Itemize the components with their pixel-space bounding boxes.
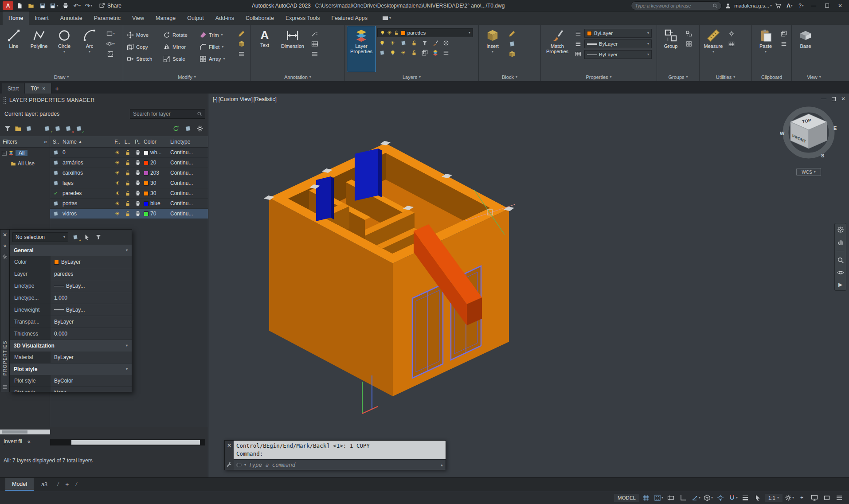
orbit-button[interactable]	[837, 269, 844, 276]
navigation-wheel-button[interactable]	[837, 226, 844, 233]
property-row-plot-style[interactable]: Plot style ByColor	[10, 375, 132, 387]
layer-row-armarios[interactable]: armários ☀ 20 Continu...	[50, 158, 208, 168]
property-row-linetype[interactable]: Linetype ByLay...	[10, 280, 132, 292]
lock-toggle-icon[interactable]	[125, 149, 131, 156]
file-tab-start[interactable]: Start	[2, 83, 24, 94]
layout-tab-a3[interactable]: a3	[35, 479, 54, 490]
edit-attributes-button[interactable]	[508, 30, 517, 38]
properties-list-button[interactable]	[574, 30, 583, 38]
search-icon[interactable]	[712, 3, 718, 8]
viewport-restore-button[interactable]	[832, 97, 836, 101]
column-linetype[interactable]: Linetype	[168, 139, 208, 145]
text-tool-button[interactable]: AText	[253, 26, 277, 72]
new-layer-vp-frozen-button[interactable]	[53, 125, 62, 133]
layer-walk-button[interactable]	[430, 49, 440, 57]
plot-toggle-icon[interactable]	[135, 149, 141, 156]
copy-clip-button[interactable]	[779, 30, 789, 38]
close-command-window-button[interactable]: ✕	[227, 442, 231, 449]
lineweight-display-icon[interactable]	[740, 493, 751, 503]
panel-label-modify[interactable]: Modify▾	[123, 74, 250, 80]
graphics-performance-icon[interactable]	[809, 493, 820, 503]
rotate-tool-button[interactable]: Rotate	[161, 29, 198, 41]
property-row-thickness[interactable]: Thickness 0.000	[10, 328, 132, 340]
tab-parametric[interactable]: Parametric	[88, 12, 126, 25]
help-button[interactable]: ?▾	[796, 1, 806, 11]
move-tool-button[interactable]: Move	[125, 29, 161, 41]
freeze-toggle-icon[interactable]: ☀	[115, 160, 120, 165]
panel-label-block[interactable]: Block▾	[479, 74, 540, 80]
lock-toggle-icon[interactable]	[125, 211, 131, 217]
search-box[interactable]	[631, 1, 722, 10]
group-button[interactable]: Group	[659, 26, 683, 72]
circle-tool-button[interactable]: Circle▾	[52, 26, 76, 72]
new-group-filter-button[interactable]	[13, 125, 23, 133]
column-color[interactable]: Color	[143, 139, 168, 145]
refresh-layers-button[interactable]	[171, 125, 180, 133]
section-general[interactable]: General▾	[10, 245, 132, 256]
layer-off-button[interactable]	[377, 39, 387, 47]
tab-add-ins[interactable]: Add-ins	[210, 12, 240, 25]
lock-toggle-icon[interactable]	[125, 170, 131, 176]
object-snap-icon[interactable]: ▾	[728, 493, 739, 503]
property-row-plot-style-table[interactable]: Plot style None	[10, 387, 132, 392]
plot-toggle-icon[interactable]	[135, 211, 141, 217]
filter-all[interactable]: − All	[0, 148, 50, 158]
annotation-monitor-icon[interactable]: +	[796, 493, 807, 503]
layer-unlock-button[interactable]	[409, 49, 419, 57]
selection-dropdown[interactable]: No selection▾	[12, 232, 68, 242]
new-property-filter-button[interactable]	[3, 125, 12, 133]
layer-row-portas[interactable]: portas ☀ blue Continu...	[50, 199, 208, 209]
customization-menu-icon[interactable]	[833, 493, 845, 503]
close-palette-button[interactable]: ✕	[3, 232, 7, 238]
app-store-cart-icon[interactable]	[773, 1, 783, 11]
layer-on-all-button[interactable]	[388, 49, 397, 57]
new-layout-button[interactable]: +	[62, 481, 72, 488]
annotation-more-button[interactable]	[310, 50, 320, 58]
autodesk-logo-icon[interactable]: Λ▾	[784, 1, 795, 11]
viewport-minimize-control[interactable]: [-]	[213, 96, 218, 102]
freeze-toggle-icon[interactable]: ☀	[115, 150, 120, 155]
leader-tool-button[interactable]	[310, 30, 320, 38]
drawing-canvas[interactable]	[208, 94, 849, 477]
layer-color-swatch[interactable]	[144, 211, 149, 216]
new-drawing-button[interactable]	[14, 1, 25, 11]
freeze-toggle-icon[interactable]: ☀	[115, 191, 120, 196]
property-row-color[interactable]: Color ByLayer	[10, 256, 132, 268]
layer-color-swatch[interactable]	[144, 150, 149, 155]
tab-manage[interactable]: Manage	[150, 12, 181, 25]
close-tab-icon[interactable]: ✕	[42, 86, 46, 91]
tab-insert[interactable]: Insert	[29, 12, 54, 25]
layer-row-lajes[interactable]: lajes ☀ 30 Continu...	[50, 178, 208, 188]
view-name-control[interactable]: [Custom View]	[219, 96, 253, 102]
linetype-dropdown[interactable]: ByLayer▾	[584, 50, 652, 59]
panel-label-draw[interactable]: Draw▾	[0, 74, 123, 80]
property-row-lineweight[interactable]: Lineweight ByLay...	[10, 304, 132, 316]
layer-match-button[interactable]	[430, 39, 440, 47]
layer-row-vidros-selected[interactable]: vidros ☀ 70 Continu...	[50, 209, 208, 219]
tab-express-tools[interactable]: Express Tools	[280, 12, 326, 25]
panel-label-groups[interactable]: Groups▾	[657, 74, 699, 80]
tree-scrollbar[interactable]	[0, 430, 50, 434]
quick-calc-button[interactable]	[727, 40, 736, 48]
plot-button[interactable]	[60, 1, 71, 11]
base-view-button[interactable]: Base	[794, 26, 818, 72]
set-current-layer-button[interactable]: ✓	[74, 125, 83, 133]
selection-cycling-icon[interactable]	[752, 493, 763, 503]
polyline-tool-button[interactable]: Polyline	[27, 26, 51, 72]
new-drawing-tab-button[interactable]: +	[52, 83, 63, 94]
command-history-toggle[interactable]: ▴	[441, 463, 443, 467]
layer-color-swatch[interactable]	[144, 181, 149, 186]
layer-previous-button[interactable]	[377, 49, 387, 57]
column-lock[interactable]: L..	[122, 139, 133, 145]
layer-row-0[interactable]: 0 ☀ wh... Continu...	[50, 148, 208, 158]
match-properties-button[interactable]: Match Properties	[543, 26, 572, 72]
layer-freeze-button[interactable]: ☀	[388, 39, 397, 47]
workspace-switching-icon[interactable]: ▾	[784, 493, 795, 503]
array-tool-button[interactable]: Array▾	[198, 53, 234, 65]
freeze-toggle-icon[interactable]: ☀	[115, 170, 120, 176]
arc-tool-button[interactable]: Arc▾	[78, 26, 102, 72]
panel-label-layers[interactable]: Layers▾	[345, 74, 478, 80]
paste-button[interactable]: Paste▾	[754, 26, 778, 72]
layer-copy-objects-button[interactable]	[420, 49, 429, 57]
property-row-transparency[interactable]: Transpar... ByLayer	[10, 316, 132, 328]
